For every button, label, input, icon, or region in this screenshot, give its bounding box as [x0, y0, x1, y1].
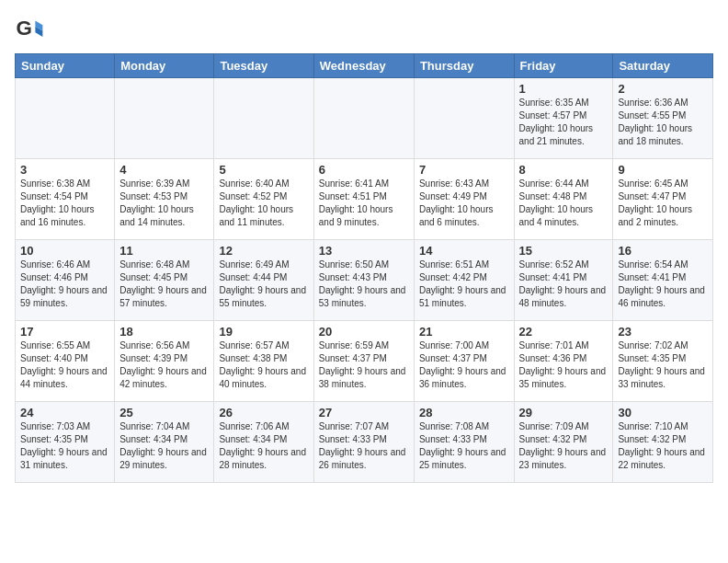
day-number: 26	[219, 406, 308, 419]
calendar-cell: 18Sunrise: 6:56 AM Sunset: 4:39 PM Dayli…	[115, 321, 214, 402]
day-info: Sunrise: 7:02 AM Sunset: 4:35 PM Dayligh…	[618, 339, 708, 391]
weekday-header-sunday: Sunday	[16, 54, 115, 78]
day-info: Sunrise: 6:40 AM Sunset: 4:52 PM Dayligh…	[219, 178, 308, 229]
calendar-header-row: SundayMondayTuesdayWednesdayThursdayFrid…	[16, 54, 713, 78]
day-number: 29	[519, 406, 609, 419]
calendar-cell: 24Sunrise: 7:03 AM Sunset: 4:35 PM Dayli…	[16, 402, 115, 483]
calendar-cell: 21Sunrise: 7:00 AM Sunset: 4:37 PM Dayli…	[414, 321, 514, 402]
day-info: Sunrise: 7:04 AM Sunset: 4:34 PM Dayligh…	[119, 420, 209, 472]
day-info: Sunrise: 6:43 AM Sunset: 4:49 PM Dayligh…	[419, 178, 509, 229]
day-number: 12	[219, 244, 308, 258]
day-info: Sunrise: 6:57 AM Sunset: 4:38 PM Dayligh…	[219, 339, 308, 391]
calendar-cell	[214, 78, 313, 159]
calendar-cell: 2Sunrise: 6:36 AM Sunset: 4:55 PM Daylig…	[613, 78, 713, 159]
logo-icon: G	[15, 15, 44, 44]
calendar-cell: 14Sunrise: 6:51 AM Sunset: 4:42 PM Dayli…	[414, 240, 514, 321]
day-number: 16	[618, 244, 708, 258]
day-info: Sunrise: 7:10 AM Sunset: 4:32 PM Dayligh…	[618, 420, 708, 472]
day-number: 7	[419, 163, 509, 177]
day-number: 14	[419, 244, 509, 258]
calendar-cell: 15Sunrise: 6:52 AM Sunset: 4:41 PM Dayli…	[514, 240, 613, 321]
calendar-cell: 1Sunrise: 6:35 AM Sunset: 4:57 PM Daylig…	[514, 78, 613, 159]
calendar-cell: 29Sunrise: 7:09 AM Sunset: 4:32 PM Dayli…	[514, 402, 613, 483]
day-number: 25	[119, 406, 209, 419]
calendar-cell: 23Sunrise: 7:02 AM Sunset: 4:35 PM Dayli…	[613, 321, 713, 402]
day-number: 11	[119, 244, 209, 258]
calendar-cell: 11Sunrise: 6:48 AM Sunset: 4:45 PM Dayli…	[115, 240, 214, 321]
calendar-body: 1Sunrise: 6:35 AM Sunset: 4:57 PM Daylig…	[16, 78, 713, 483]
day-number: 8	[519, 163, 609, 177]
day-number: 18	[119, 325, 209, 339]
day-number: 13	[319, 244, 409, 258]
calendar-cell: 25Sunrise: 7:04 AM Sunset: 4:34 PM Dayli…	[115, 402, 214, 483]
day-info: Sunrise: 7:07 AM Sunset: 4:33 PM Dayligh…	[319, 420, 409, 472]
day-info: Sunrise: 6:39 AM Sunset: 4:53 PM Dayligh…	[119, 178, 209, 229]
calendar-cell: 13Sunrise: 6:50 AM Sunset: 4:43 PM Dayli…	[313, 240, 414, 321]
day-number: 1	[519, 82, 609, 96]
weekday-header-tuesday: Tuesday	[214, 54, 313, 78]
weekday-header-friday: Friday	[514, 54, 613, 78]
day-number: 3	[20, 163, 109, 177]
calendar-cell	[414, 78, 514, 159]
day-number: 15	[519, 244, 609, 258]
day-number: 5	[219, 163, 308, 177]
day-info: Sunrise: 6:59 AM Sunset: 4:37 PM Dayligh…	[319, 339, 409, 391]
day-info: Sunrise: 6:56 AM Sunset: 4:39 PM Dayligh…	[119, 339, 209, 391]
calendar-cell: 22Sunrise: 7:01 AM Sunset: 4:36 PM Dayli…	[514, 321, 613, 402]
day-number: 19	[219, 325, 308, 339]
day-info: Sunrise: 6:55 AM Sunset: 4:40 PM Dayligh…	[20, 339, 109, 391]
calendar-cell: 28Sunrise: 7:08 AM Sunset: 4:33 PM Dayli…	[414, 402, 514, 483]
day-info: Sunrise: 6:51 AM Sunset: 4:42 PM Dayligh…	[419, 259, 509, 310]
calendar-cell: 6Sunrise: 6:41 AM Sunset: 4:51 PM Daylig…	[313, 159, 414, 240]
calendar-cell: 27Sunrise: 7:07 AM Sunset: 4:33 PM Dayli…	[313, 402, 414, 483]
day-info: Sunrise: 7:01 AM Sunset: 4:36 PM Dayligh…	[519, 339, 609, 391]
weekday-header-thursday: Thursday	[414, 54, 514, 78]
day-number: 23	[618, 325, 708, 339]
day-info: Sunrise: 7:06 AM Sunset: 4:34 PM Dayligh…	[219, 420, 308, 472]
calendar-cell: 26Sunrise: 7:06 AM Sunset: 4:34 PM Dayli…	[214, 402, 313, 483]
day-info: Sunrise: 6:46 AM Sunset: 4:46 PM Dayligh…	[20, 259, 109, 310]
calendar-table: SundayMondayTuesdayWednesdayThursdayFrid…	[15, 53, 713, 483]
day-info: Sunrise: 7:09 AM Sunset: 4:32 PM Dayligh…	[519, 420, 609, 472]
day-number: 24	[20, 406, 109, 419]
day-number: 30	[618, 406, 708, 419]
svg-text:G: G	[17, 17, 32, 40]
calendar-week-3: 10Sunrise: 6:46 AM Sunset: 4:46 PM Dayli…	[16, 240, 713, 321]
calendar-cell: 16Sunrise: 6:54 AM Sunset: 4:41 PM Dayli…	[613, 240, 713, 321]
day-number: 2	[618, 82, 708, 96]
calendar-cell: 8Sunrise: 6:44 AM Sunset: 4:48 PM Daylig…	[514, 159, 613, 240]
calendar-cell: 12Sunrise: 6:49 AM Sunset: 4:44 PM Dayli…	[214, 240, 313, 321]
day-info: Sunrise: 6:49 AM Sunset: 4:44 PM Dayligh…	[219, 259, 308, 310]
weekday-header-saturday: Saturday	[613, 54, 713, 78]
day-info: Sunrise: 6:35 AM Sunset: 4:57 PM Dayligh…	[519, 97, 609, 148]
day-info: Sunrise: 6:41 AM Sunset: 4:51 PM Dayligh…	[319, 178, 409, 229]
weekday-header-monday: Monday	[115, 54, 214, 78]
calendar-cell: 7Sunrise: 6:43 AM Sunset: 4:49 PM Daylig…	[414, 159, 514, 240]
day-info: Sunrise: 6:48 AM Sunset: 4:45 PM Dayligh…	[119, 259, 209, 310]
day-info: Sunrise: 6:38 AM Sunset: 4:54 PM Dayligh…	[20, 178, 109, 229]
calendar-cell: 3Sunrise: 6:38 AM Sunset: 4:54 PM Daylig…	[16, 159, 115, 240]
calendar-cell: 5Sunrise: 6:40 AM Sunset: 4:52 PM Daylig…	[214, 159, 313, 240]
day-number: 22	[519, 325, 609, 339]
day-info: Sunrise: 7:03 AM Sunset: 4:35 PM Dayligh…	[20, 420, 109, 472]
day-number: 6	[319, 163, 409, 177]
day-info: Sunrise: 6:50 AM Sunset: 4:43 PM Dayligh…	[319, 259, 409, 310]
day-info: Sunrise: 6:45 AM Sunset: 4:47 PM Dayligh…	[618, 178, 708, 229]
calendar-week-1: 1Sunrise: 6:35 AM Sunset: 4:57 PM Daylig…	[16, 78, 713, 159]
calendar-cell: 9Sunrise: 6:45 AM Sunset: 4:47 PM Daylig…	[613, 159, 713, 240]
day-number: 10	[20, 244, 109, 258]
day-number: 9	[618, 163, 708, 177]
day-number: 4	[119, 163, 209, 177]
weekday-header-wednesday: Wednesday	[313, 54, 414, 78]
calendar-cell: 19Sunrise: 6:57 AM Sunset: 4:38 PM Dayli…	[214, 321, 313, 402]
calendar-cell: 20Sunrise: 6:59 AM Sunset: 4:37 PM Dayli…	[313, 321, 414, 402]
calendar-week-2: 3Sunrise: 6:38 AM Sunset: 4:54 PM Daylig…	[16, 159, 713, 240]
calendar-cell: 30Sunrise: 7:10 AM Sunset: 4:32 PM Dayli…	[613, 402, 713, 483]
day-number: 20	[319, 325, 409, 339]
calendar-cell: 4Sunrise: 6:39 AM Sunset: 4:53 PM Daylig…	[115, 159, 214, 240]
logo: G	[15, 15, 48, 44]
day-info: Sunrise: 6:36 AM Sunset: 4:55 PM Dayligh…	[618, 97, 708, 148]
day-info: Sunrise: 6:44 AM Sunset: 4:48 PM Dayligh…	[519, 178, 609, 229]
calendar-week-5: 24Sunrise: 7:03 AM Sunset: 4:35 PM Dayli…	[16, 402, 713, 483]
day-number: 17	[20, 325, 109, 339]
